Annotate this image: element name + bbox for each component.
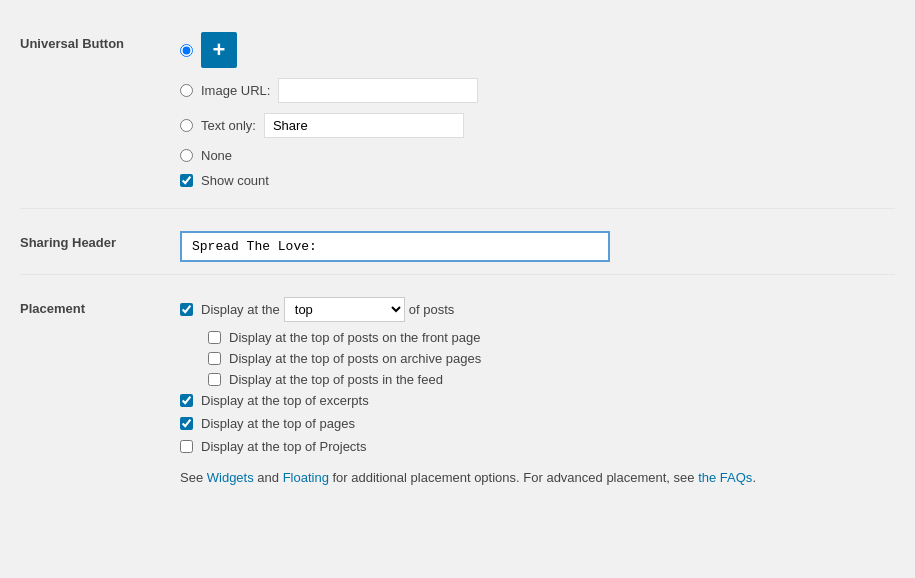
front-page-row: Display at the top of posts on the front… (208, 330, 895, 345)
projects-label: Display at the top of Projects (201, 439, 366, 454)
text-only-input[interactable] (264, 113, 464, 138)
position-select[interactable]: top bottom top and bottom (284, 297, 405, 322)
see-also-text: See Widgets and Floating for additional … (180, 470, 895, 485)
front-page-label: Display at the top of posts on the front… (229, 330, 481, 345)
placement-label: Placement (20, 297, 180, 316)
pages-row: Display at the top of pages (180, 416, 895, 431)
sharing-header-section: Sharing Header (0, 219, 915, 274)
floating-link[interactable]: Floating (283, 470, 329, 485)
none-label: None (201, 148, 232, 163)
archive-checkbox[interactable] (208, 352, 221, 365)
excerpts-checkbox[interactable] (180, 394, 193, 407)
feed-checkbox[interactable] (208, 373, 221, 386)
pages-checkbox[interactable] (180, 417, 193, 430)
placement-content: Display at the top bottom top and bottom… (180, 297, 895, 485)
show-count-checkbox[interactable] (180, 174, 193, 187)
default-radio[interactable] (180, 44, 193, 57)
display-top-prefix: Display at the (201, 302, 280, 317)
image-url-label: Image URL: (201, 83, 270, 98)
sharing-header-label: Sharing Header (20, 231, 180, 250)
divider-1 (20, 208, 895, 209)
none-option: None (180, 148, 895, 163)
sharing-header-content (180, 231, 895, 262)
display-top-suffix: of posts (409, 302, 455, 317)
excerpts-label: Display at the top of excerpts (201, 393, 369, 408)
see-also-end: . (752, 470, 756, 485)
image-url-input[interactable] (278, 78, 478, 103)
archive-row: Display at the top of posts on archive p… (208, 351, 895, 366)
show-count-option: Show count (180, 173, 895, 188)
image-url-option: Image URL: (180, 78, 895, 103)
text-only-radio[interactable] (180, 119, 193, 132)
see-also-prefix: See (180, 470, 207, 485)
placement-section: Placement Display at the top bottom top … (0, 285, 915, 497)
faqs-link[interactable]: the FAQs (698, 470, 752, 485)
feed-label: Display at the top of posts in the feed (229, 372, 443, 387)
text-only-label: Text only: (201, 118, 256, 133)
front-page-checkbox[interactable] (208, 331, 221, 344)
feed-row: Display at the top of posts in the feed (208, 372, 895, 387)
text-only-option: Text only: (180, 113, 895, 138)
plus-button[interactable]: + (201, 32, 237, 68)
archive-label: Display at the top of posts on archive p… (229, 351, 481, 366)
projects-row: Display at the top of Projects (180, 439, 895, 454)
divider-2 (20, 274, 895, 275)
sharing-header-input[interactable] (180, 231, 610, 262)
display-top-checkbox[interactable] (180, 303, 193, 316)
sub-placement-group: Display at the top of posts on the front… (208, 330, 895, 387)
excerpts-row: Display at the top of excerpts (180, 393, 895, 408)
see-also-middle: for additional placement options. For ad… (329, 470, 698, 485)
universal-button-section: Universal Button + Image URL: Text only:… (0, 20, 915, 208)
display-top-posts-row: Display at the top bottom top and bottom… (180, 297, 895, 322)
widgets-link[interactable]: Widgets (207, 470, 254, 485)
none-radio[interactable] (180, 149, 193, 162)
show-count-label: Show count (201, 173, 269, 188)
see-also-and: and (254, 470, 283, 485)
default-option-row: + (180, 32, 895, 68)
pages-label: Display at the top of pages (201, 416, 355, 431)
universal-button-label: Universal Button (20, 32, 180, 51)
projects-checkbox[interactable] (180, 440, 193, 453)
universal-button-content: + Image URL: Text only: None Show count (180, 32, 895, 196)
image-url-radio[interactable] (180, 84, 193, 97)
